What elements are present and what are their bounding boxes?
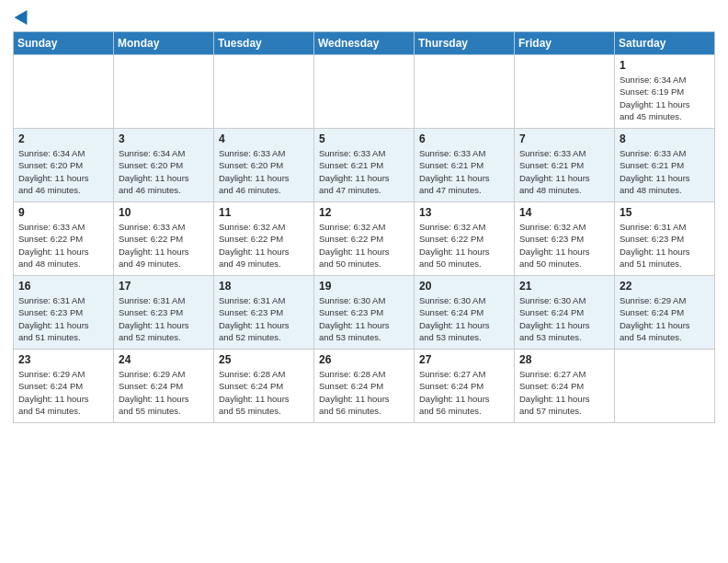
header	[13, 9, 715, 24]
day-number: 4	[219, 132, 309, 145]
day-number: 5	[319, 132, 409, 145]
day-info: Sunrise: 6:29 AM Sunset: 6:24 PM Dayligh…	[18, 368, 108, 417]
calendar-cell: 1Sunrise: 6:34 AM Sunset: 6:19 PM Daylig…	[615, 55, 715, 129]
day-info: Sunrise: 6:28 AM Sunset: 6:24 PM Dayligh…	[219, 368, 309, 417]
day-info: Sunrise: 6:33 AM Sunset: 6:22 PM Dayligh…	[18, 221, 108, 270]
day-number: 26	[319, 353, 409, 366]
day-info: Sunrise: 6:34 AM Sunset: 6:19 PM Dayligh…	[620, 74, 710, 122]
day-info: Sunrise: 6:32 AM Sunset: 6:22 PM Dayligh…	[219, 221, 309, 270]
calendar-cell	[14, 55, 114, 129]
calendar-cell: 12Sunrise: 6:32 AM Sunset: 6:22 PM Dayli…	[314, 202, 415, 276]
day-number: 9	[18, 206, 108, 219]
calendar-cell: 21Sunrise: 6:30 AM Sunset: 6:24 PM Dayli…	[515, 276, 615, 350]
day-info: Sunrise: 6:29 AM Sunset: 6:24 PM Dayligh…	[119, 368, 209, 417]
calendar-cell: 3Sunrise: 6:34 AM Sunset: 6:20 PM Daylig…	[114, 129, 214, 202]
day-number: 1	[620, 59, 710, 72]
day-info: Sunrise: 6:33 AM Sunset: 6:21 PM Dayligh…	[319, 147, 409, 196]
day-info: Sunrise: 6:31 AM Sunset: 6:23 PM Dayligh…	[219, 294, 309, 343]
calendar-cell	[214, 55, 314, 129]
day-number: 24	[119, 353, 209, 366]
day-number: 18	[219, 280, 309, 293]
day-info: Sunrise: 6:30 AM Sunset: 6:24 PM Dayligh…	[519, 294, 609, 343]
calendar-cell: 22Sunrise: 6:29 AM Sunset: 6:24 PM Dayli…	[615, 276, 715, 350]
logo	[13, 9, 31, 24]
day-number: 11	[219, 206, 309, 219]
day-number: 8	[620, 132, 710, 145]
calendar-week-row: 9Sunrise: 6:33 AM Sunset: 6:22 PM Daylig…	[14, 202, 715, 276]
calendar-header-row: SundayMondayTuesdayWednesdayThursdayFrid…	[14, 32, 715, 55]
day-number: 21	[519, 280, 609, 293]
calendar-cell: 23Sunrise: 6:29 AM Sunset: 6:24 PM Dayli…	[14, 350, 114, 423]
day-number: 27	[419, 353, 509, 366]
calendar-cell	[515, 55, 615, 129]
day-info: Sunrise: 6:29 AM Sunset: 6:24 PM Dayligh…	[620, 294, 710, 343]
calendar-day-header: Wednesday	[314, 32, 415, 55]
day-info: Sunrise: 6:31 AM Sunset: 6:23 PM Dayligh…	[18, 294, 108, 343]
day-number: 10	[119, 206, 209, 219]
day-info: Sunrise: 6:31 AM Sunset: 6:23 PM Dayligh…	[119, 294, 209, 343]
calendar-day-header: Friday	[515, 32, 615, 55]
day-info: Sunrise: 6:32 AM Sunset: 6:22 PM Dayligh…	[319, 221, 409, 270]
calendar-day-header: Saturday	[615, 32, 715, 55]
day-info: Sunrise: 6:32 AM Sunset: 6:23 PM Dayligh…	[519, 221, 609, 270]
day-info: Sunrise: 6:33 AM Sunset: 6:21 PM Dayligh…	[519, 147, 609, 196]
calendar-cell: 27Sunrise: 6:27 AM Sunset: 6:24 PM Dayli…	[415, 350, 515, 423]
calendar-cell	[314, 55, 415, 129]
day-number: 14	[519, 206, 609, 219]
calendar-day-header: Monday	[114, 32, 214, 55]
day-number: 13	[419, 206, 509, 219]
day-info: Sunrise: 6:33 AM Sunset: 6:21 PM Dayligh…	[419, 147, 509, 196]
day-info: Sunrise: 6:34 AM Sunset: 6:20 PM Dayligh…	[18, 147, 108, 196]
calendar-cell: 25Sunrise: 6:28 AM Sunset: 6:24 PM Dayli…	[214, 350, 314, 423]
day-number: 22	[620, 280, 710, 293]
day-number: 7	[519, 132, 609, 145]
calendar-cell: 18Sunrise: 6:31 AM Sunset: 6:23 PM Dayli…	[214, 276, 314, 350]
calendar-week-row: 2Sunrise: 6:34 AM Sunset: 6:20 PM Daylig…	[14, 129, 715, 202]
calendar-week-row: 16Sunrise: 6:31 AM Sunset: 6:23 PM Dayli…	[14, 276, 715, 350]
calendar-cell: 28Sunrise: 6:27 AM Sunset: 6:24 PM Dayli…	[515, 350, 615, 423]
day-info: Sunrise: 6:30 AM Sunset: 6:23 PM Dayligh…	[319, 294, 409, 343]
day-info: Sunrise: 6:27 AM Sunset: 6:24 PM Dayligh…	[519, 368, 609, 417]
calendar-cell	[415, 55, 515, 129]
day-info: Sunrise: 6:33 AM Sunset: 6:20 PM Dayligh…	[219, 147, 309, 196]
day-number: 16	[18, 280, 108, 293]
day-number: 6	[419, 132, 509, 145]
calendar-day-header: Sunday	[14, 32, 114, 55]
day-number: 2	[18, 132, 108, 145]
calendar-cell: 13Sunrise: 6:32 AM Sunset: 6:22 PM Dayli…	[415, 202, 515, 276]
calendar-cell: 19Sunrise: 6:30 AM Sunset: 6:23 PM Dayli…	[314, 276, 415, 350]
day-info: Sunrise: 6:31 AM Sunset: 6:23 PM Dayligh…	[620, 221, 710, 270]
day-info: Sunrise: 6:28 AM Sunset: 6:24 PM Dayligh…	[319, 368, 409, 417]
day-number: 3	[119, 132, 209, 145]
day-info: Sunrise: 6:30 AM Sunset: 6:24 PM Dayligh…	[419, 294, 509, 343]
calendar-cell: 14Sunrise: 6:32 AM Sunset: 6:23 PM Dayli…	[515, 202, 615, 276]
calendar-cell: 16Sunrise: 6:31 AM Sunset: 6:23 PM Dayli…	[14, 276, 114, 350]
day-number: 15	[620, 206, 710, 219]
calendar-cell: 9Sunrise: 6:33 AM Sunset: 6:22 PM Daylig…	[14, 202, 114, 276]
calendar-week-row: 23Sunrise: 6:29 AM Sunset: 6:24 PM Dayli…	[14, 350, 715, 423]
day-number: 19	[319, 280, 409, 293]
calendar-cell: 26Sunrise: 6:28 AM Sunset: 6:24 PM Dayli…	[314, 350, 415, 423]
day-info: Sunrise: 6:32 AM Sunset: 6:22 PM Dayligh…	[419, 221, 509, 270]
calendar-cell: 6Sunrise: 6:33 AM Sunset: 6:21 PM Daylig…	[415, 129, 515, 202]
calendar-day-header: Tuesday	[214, 32, 314, 55]
day-number: 25	[219, 353, 309, 366]
day-info: Sunrise: 6:27 AM Sunset: 6:24 PM Dayligh…	[419, 368, 509, 417]
calendar-cell	[114, 55, 214, 129]
calendar-cell: 2Sunrise: 6:34 AM Sunset: 6:20 PM Daylig…	[14, 129, 114, 202]
day-number: 17	[119, 280, 209, 293]
page: SundayMondayTuesdayWednesdayThursdayFrid…	[0, 0, 728, 563]
calendar-cell: 15Sunrise: 6:31 AM Sunset: 6:23 PM Dayli…	[615, 202, 715, 276]
day-number: 12	[319, 206, 409, 219]
calendar-cell: 5Sunrise: 6:33 AM Sunset: 6:21 PM Daylig…	[314, 129, 415, 202]
calendar-cell	[615, 350, 715, 423]
day-info: Sunrise: 6:33 AM Sunset: 6:22 PM Dayligh…	[119, 221, 209, 270]
calendar-week-row: 1Sunrise: 6:34 AM Sunset: 6:19 PM Daylig…	[14, 55, 715, 129]
day-number: 23	[18, 353, 108, 366]
calendar-cell: 17Sunrise: 6:31 AM Sunset: 6:23 PM Dayli…	[114, 276, 214, 350]
logo-triangle-icon	[15, 6, 34, 25]
calendar-cell: 7Sunrise: 6:33 AM Sunset: 6:21 PM Daylig…	[515, 129, 615, 202]
calendar-cell: 24Sunrise: 6:29 AM Sunset: 6:24 PM Dayli…	[114, 350, 214, 423]
day-info: Sunrise: 6:33 AM Sunset: 6:21 PM Dayligh…	[620, 147, 710, 196]
calendar: SundayMondayTuesdayWednesdayThursdayFrid…	[13, 31, 715, 423]
